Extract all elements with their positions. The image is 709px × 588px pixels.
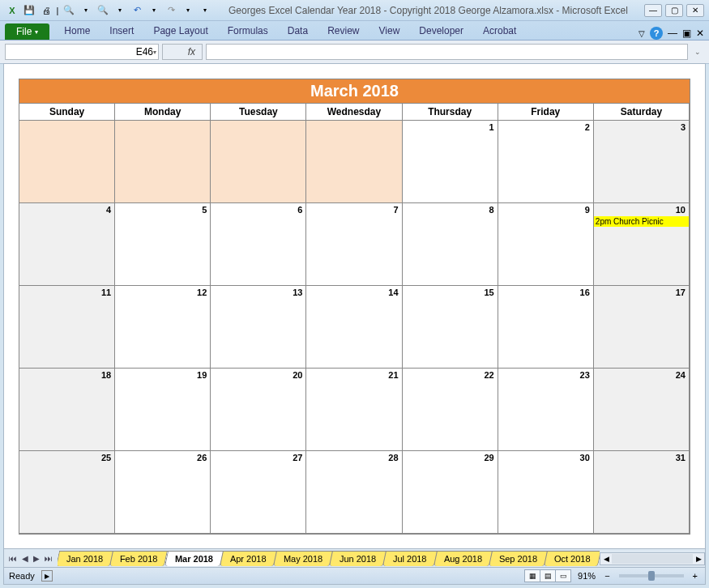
sheet-nav-last-icon[interactable]: ⏭ <box>43 554 54 563</box>
hscroll-left-icon[interactable]: ◀ <box>600 555 612 563</box>
excel-icon[interactable]: X <box>5 3 19 18</box>
calendar-cell[interactable]: 14 <box>306 286 402 369</box>
name-box-dropdown-icon[interactable]: ▾ <box>153 49 156 56</box>
calendar-cell[interactable]: 18 <box>19 369 115 451</box>
calendar-cell[interactable]: 102pm Church Picnic <box>594 203 690 286</box>
calendar-cell[interactable]: 7 <box>306 203 402 286</box>
hscroll-track[interactable] <box>612 554 693 564</box>
calendar-cell[interactable]: 2 <box>498 121 594 203</box>
calendar-cell[interactable] <box>115 121 211 203</box>
redo-icon[interactable]: ↷ <box>164 3 178 18</box>
calendar-cell[interactable] <box>211 121 306 203</box>
binoculars-dropdown-icon[interactable]: ▾ <box>113 3 127 18</box>
doc-close-icon[interactable]: ✕ <box>696 28 704 39</box>
calendar-cell[interactable]: 5 <box>115 203 211 286</box>
macro-record-icon[interactable]: ▶ <box>41 570 53 582</box>
calendar-cell[interactable]: 4 <box>19 203 115 286</box>
zoom-level[interactable]: 91% <box>578 571 596 581</box>
calendar-cell[interactable]: 1 <box>403 121 498 203</box>
qat-customize-icon[interactable]: ▾ <box>198 3 212 18</box>
help-icon[interactable]: ? <box>650 27 663 40</box>
find-dropdown-icon[interactable]: ▾ <box>79 3 93 18</box>
sheet-tab[interactable]: Feb 2018 <box>109 551 169 566</box>
file-tab[interactable]: File <box>5 23 49 40</box>
redo-dropdown-icon[interactable]: ▾ <box>181 3 195 18</box>
minimize-button[interactable]: — <box>644 4 662 17</box>
zoom-slider-thumb[interactable] <box>648 571 655 581</box>
hscroll-right-icon[interactable]: ▶ <box>693 555 704 563</box>
calendar-cell[interactable]: 17 <box>594 286 690 369</box>
ribbon-tab-developer[interactable]: Developer <box>409 22 473 40</box>
zoom-slider[interactable] <box>619 574 684 577</box>
view-page-layout-icon[interactable]: ▤ <box>540 569 556 582</box>
formula-input[interactable] <box>206 44 688 60</box>
calendar-date-number: 17 <box>676 288 686 297</box>
sheet-tab[interactable]: Jun 2018 <box>329 551 387 566</box>
ribbon-tab-review[interactable]: Review <box>318 22 369 40</box>
sheet-tab[interactable]: Mar 2018 <box>164 551 224 566</box>
sheet-nav-prev-icon[interactable]: ◀ <box>20 554 30 563</box>
worksheet-area[interactable]: March 2018 SundayMondayTuesdayWednesdayT… <box>3 63 706 549</box>
horizontal-scrollbar[interactable]: ◀ ▶ <box>600 552 705 565</box>
calendar-cell[interactable]: 25 <box>19 451 115 534</box>
calendar-cell[interactable]: 27 <box>211 451 306 534</box>
doc-restore-icon[interactable]: ▣ <box>682 28 691 39</box>
formula-bar-expand-icon[interactable]: ⌄ <box>691 48 704 56</box>
calendar-cell[interactable] <box>19 121 115 203</box>
zoom-in-button[interactable]: + <box>690 571 700 581</box>
ribbon-minimize-icon[interactable]: ▽ <box>639 29 645 38</box>
sheet-nav-first-icon[interactable]: ⏮ <box>7 554 19 563</box>
calendar-cell[interactable]: 29 <box>403 451 498 534</box>
calendar-cell[interactable]: 8 <box>403 203 498 286</box>
sheet-tab[interactable]: Apr 2018 <box>220 551 277 566</box>
ribbon-tab-formulas[interactable]: Formulas <box>218 22 278 40</box>
calendar-cell[interactable]: 13 <box>211 286 306 369</box>
sheet-tab[interactable]: May 2018 <box>272 551 332 566</box>
calendar-cell[interactable]: 23 <box>498 369 594 451</box>
sheet-tab[interactable]: Aug 2018 <box>434 551 493 566</box>
ribbon-tab-home[interactable]: Home <box>54 22 100 40</box>
calendar-cell[interactable]: 24 <box>594 369 690 451</box>
calendar-cell[interactable]: 20 <box>211 369 306 451</box>
undo-icon[interactable]: ↶ <box>130 3 144 18</box>
close-button[interactable]: ✕ <box>686 4 704 17</box>
sheet-tab[interactable]: Sep 2018 <box>489 551 548 566</box>
sheet-tab[interactable]: Jan 2018 <box>58 551 113 566</box>
ribbon-tab-page-layout[interactable]: Page Layout <box>143 22 217 40</box>
zoom-out-button[interactable]: − <box>602 571 612 581</box>
calendar-event[interactable]: 2pm Church Picnic <box>594 216 689 227</box>
find-icon[interactable]: 🔍 <box>62 3 76 18</box>
undo-dropdown-icon[interactable]: ▾ <box>147 3 161 18</box>
ribbon-tab-acrobat[interactable]: Acrobat <box>473 22 526 40</box>
calendar-cell[interactable]: 19 <box>115 369 211 451</box>
save-icon[interactable]: 💾 <box>22 3 36 18</box>
ribbon-tab-view[interactable]: View <box>369 22 410 40</box>
name-box[interactable]: E46 ▾ <box>5 44 159 60</box>
sheet-nav-next-icon[interactable]: ▶ <box>32 554 41 563</box>
view-page-break-icon[interactable]: ▭ <box>555 569 571 582</box>
ribbon-tab-data[interactable]: Data <box>278 22 318 40</box>
ribbon-tab-insert[interactable]: Insert <box>100 22 143 40</box>
calendar-cell[interactable]: 15 <box>403 286 498 369</box>
binoculars-icon[interactable]: 🔍 <box>96 3 110 18</box>
maximize-button[interactable]: ▢ <box>665 4 683 17</box>
sheet-tab[interactable]: Jul 2018 <box>382 551 438 566</box>
calendar-cell[interactable]: 3 <box>594 121 690 203</box>
calendar-cell[interactable]: 26 <box>115 451 211 534</box>
doc-minimize-icon[interactable]: — <box>668 28 677 39</box>
print-icon[interactable]: 🖨 <box>39 3 53 18</box>
calendar-cell[interactable]: 31 <box>594 451 690 534</box>
calendar-cell[interactable]: 30 <box>498 451 594 534</box>
calendar-cell[interactable]: 28 <box>306 451 402 534</box>
calendar-cell[interactable]: 16 <box>498 286 594 369</box>
calendar-cell[interactable] <box>306 121 402 203</box>
sheet-tab[interactable]: Oct 2018 <box>544 551 600 566</box>
calendar-cell[interactable]: 11 <box>19 286 115 369</box>
calendar-cell[interactable]: 6 <box>211 203 306 286</box>
calendar-cell[interactable]: 21 <box>306 369 402 451</box>
fx-icon[interactable]: fx <box>185 46 199 58</box>
calendar-cell[interactable]: 22 <box>403 369 498 451</box>
calendar-cell[interactable]: 9 <box>498 203 594 286</box>
calendar-cell[interactable]: 12 <box>115 286 211 369</box>
view-normal-icon[interactable]: ▦ <box>524 569 540 582</box>
